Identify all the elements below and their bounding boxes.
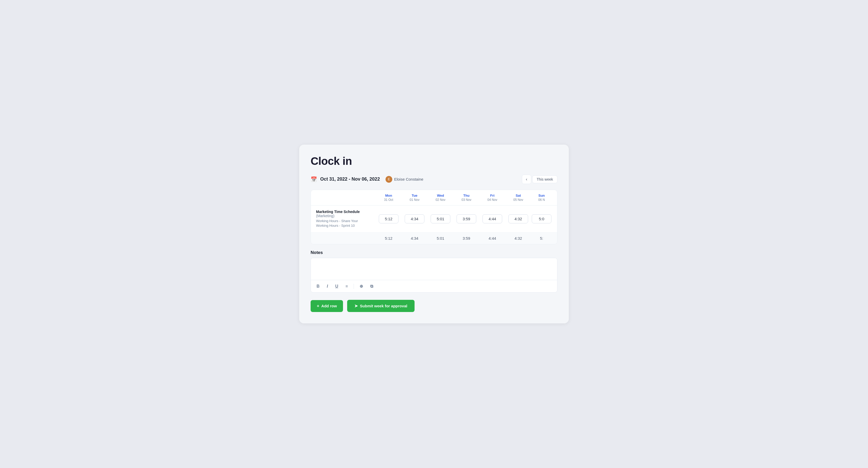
col-fri: Fri 04 Nov <box>479 194 505 202</box>
main-card: Clock in 📅 Oct 31, 2022 - Nov 06, 2022 E… <box>299 144 569 324</box>
day-date-sun: 06 N <box>531 198 552 202</box>
day-date-thu: 03 Nov <box>454 198 479 202</box>
this-week-button[interactable]: This week <box>532 175 557 183</box>
total-tue: 4:34 <box>402 236 428 240</box>
submit-label: Submit week for approval <box>360 304 407 308</box>
italic-button[interactable]: I <box>326 283 330 290</box>
notes-editor: B I U ≡ ⊕ ⧉ <box>311 258 557 293</box>
task-title-text: Marketing Time Schedule <box>316 210 360 214</box>
col-mon: Mon 31 Oct <box>376 194 402 202</box>
time-input-tue[interactable] <box>405 214 425 223</box>
total-thu: 3:59 <box>454 236 479 240</box>
day-date-mon: 31 Oct <box>376 198 402 202</box>
day-name-sat: Sat <box>505 194 531 197</box>
underline-button[interactable]: U <box>334 283 340 290</box>
timesheet-table: Mon 31 Oct Tue 01 Nov Wed 02 Nov Thu 03 … <box>311 190 557 244</box>
totals-row: 5:12 4:34 5:01 3:59 4:44 4:32 5: <box>311 232 557 244</box>
day-name-wed: Wed <box>428 194 454 197</box>
total-fri: 4:44 <box>479 236 505 240</box>
task-subtitle: Working Hours - Share Your Working Hours… <box>316 219 370 228</box>
notes-label: Notes <box>311 250 557 255</box>
col-thu: Thu 03 Nov <box>454 194 479 202</box>
time-input-sat[interactable] <box>508 214 528 223</box>
total-wed: 5:01 <box>428 236 454 240</box>
time-input-fri[interactable] <box>483 214 502 223</box>
time-cell-sun <box>531 214 552 223</box>
submit-week-button[interactable]: ➤ Submit week for approval <box>347 300 414 312</box>
week-nav: ‹ This week <box>522 175 557 184</box>
total-mon: 5:12 <box>376 236 402 240</box>
col-wed: Wed 02 Nov <box>428 194 454 202</box>
day-date-tue: 01 Nov <box>402 198 428 202</box>
time-cell-sat <box>505 214 531 223</box>
list-button[interactable]: ≡ <box>344 283 349 290</box>
header-bar: 📅 Oct 31, 2022 - Nov 06, 2022 E Eloise C… <box>311 175 557 184</box>
add-row-label: Add row <box>321 304 337 308</box>
day-name-mon: Mon <box>376 194 402 197</box>
date-range-text: Oct 31, 2022 - Nov 06, 2022 <box>320 176 380 182</box>
time-cell-mon <box>376 214 402 223</box>
day-name-tue: Tue <box>402 194 428 197</box>
time-input-thu[interactable] <box>457 214 476 223</box>
day-name-sun: Sun <box>531 194 552 197</box>
prev-week-button[interactable]: ‹ <box>522 175 531 184</box>
task-title: Marketing Time Schedule (Marketing) <box>316 210 370 218</box>
submit-icon: ➤ <box>354 303 358 308</box>
time-cell-wed <box>428 214 454 223</box>
col-sat: Sat 05 Nov <box>505 194 531 202</box>
toolbar-divider <box>353 284 354 289</box>
col-sun: Sun 06 N <box>531 194 552 202</box>
time-input-wed[interactable] <box>431 214 450 223</box>
time-cell-thu <box>454 214 479 223</box>
notes-textarea[interactable] <box>311 258 557 279</box>
day-date-sat: 05 Nov <box>505 198 531 202</box>
copy-button[interactable]: ⧉ <box>369 283 375 290</box>
table-header: Mon 31 Oct Tue 01 Nov Wed 02 Nov Thu 03 … <box>311 190 557 205</box>
user-badge: E Eloise Constaine <box>385 176 423 183</box>
date-range-section: 📅 Oct 31, 2022 - Nov 06, 2022 E Eloise C… <box>311 176 423 183</box>
table-row: Marketing Time Schedule (Marketing) Work… <box>311 205 557 232</box>
day-date-fri: 04 Nov <box>479 198 505 202</box>
day-name-thu: Thu <box>454 194 479 197</box>
calendar-icon: 📅 <box>311 176 317 182</box>
total-sun: 5: <box>531 236 552 240</box>
add-icon: + <box>317 304 319 308</box>
bold-button[interactable]: B <box>315 283 321 290</box>
task-info: Marketing Time Schedule (Marketing) Work… <box>316 210 376 228</box>
task-category: (Marketing) <box>316 214 335 218</box>
user-name: Eloise Constaine <box>394 177 423 181</box>
time-cell-fri <box>479 214 505 223</box>
actions-bar: + Add row ➤ Submit week for approval <box>311 300 557 312</box>
day-date-wed: 02 Nov <box>428 198 454 202</box>
col-tue: Tue 01 Nov <box>402 194 428 202</box>
add-row-button[interactable]: + Add row <box>311 300 343 312</box>
notes-section: Notes B I U ≡ ⊕ ⧉ <box>311 250 557 293</box>
time-cell-tue <box>402 214 428 223</box>
link-button[interactable]: ⊕ <box>358 283 365 290</box>
total-sat: 4:32 <box>505 236 531 240</box>
time-input-mon[interactable] <box>379 214 399 223</box>
time-input-sun[interactable] <box>532 214 552 223</box>
day-name-fri: Fri <box>479 194 505 197</box>
notes-toolbar: B I U ≡ ⊕ ⧉ <box>311 280 557 292</box>
page-title: Clock in <box>311 155 557 167</box>
avatar: E <box>385 176 392 183</box>
